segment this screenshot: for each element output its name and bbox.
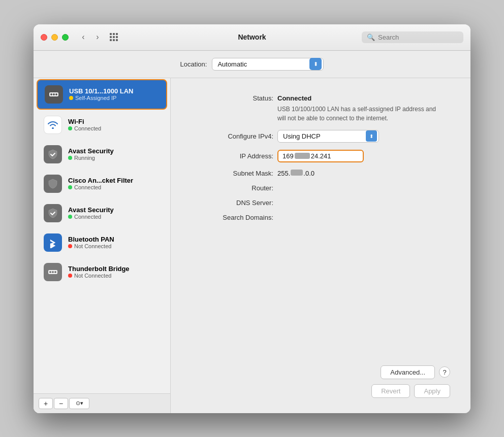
router-label: Router:: [191, 184, 277, 192]
search-icon: 🔍: [367, 33, 375, 41]
configure-row: Configure IPv4: Using DHCP ⬍: [191, 130, 450, 143]
ip-suffix: 24.241: [311, 152, 331, 160]
subnet-value: 255..0.0: [277, 170, 314, 177]
avast2-item-text: Avast Security Connected: [68, 206, 114, 220]
usb-icon: [45, 85, 63, 104]
subnet-blur: [291, 170, 303, 176]
ip-address-row: IP Address: 169 24.241: [191, 150, 450, 162]
wifi-item-name: Wi-Fi: [68, 118, 101, 125]
cisco-status-text: Connected: [74, 184, 101, 190]
avast1-status-text: Running: [74, 155, 95, 161]
add-network-button[interactable]: +: [39, 398, 53, 409]
thunderbolt-item-text: Thunderbolt Bridge Not Connected: [68, 265, 130, 279]
usb-item-text: USB 10/1...1000 LAN Self-Assigned IP: [69, 87, 133, 101]
sidebar: USB 10/1...1000 LAN Self-Assigned IP: [34, 78, 171, 413]
sidebar-item-usb[interactable]: USB 10/1...1000 LAN Self-Assigned IP: [37, 79, 167, 110]
subnet-suffix: .0.0: [303, 170, 314, 177]
sidebar-list: USB 10/1...1000 LAN Self-Assigned IP: [34, 78, 170, 393]
avast2-item-name: Avast Security: [68, 206, 114, 214]
sidebar-item-bluetooth[interactable]: Bluetooth PAN Not Connected: [37, 228, 167, 257]
minimize-button[interactable]: [51, 34, 58, 41]
subnet-prefix: 255.: [277, 170, 290, 177]
avast2-status-text: Connected: [74, 214, 101, 220]
back-button[interactable]: ‹: [77, 30, 90, 44]
svg-point-6: [52, 271, 54, 273]
app-grid-button[interactable]: [107, 30, 120, 44]
status-value: Connected: [277, 94, 311, 102]
subnet-row: Subnet Mask: 255..0.0: [191, 170, 450, 177]
thunderbolt-status-text: Not Connected: [74, 273, 111, 279]
ip-address-label: IP Address:: [191, 152, 277, 160]
wifi-item-status: Connected: [68, 125, 101, 131]
forward-button[interactable]: ›: [91, 30, 104, 44]
status-value-block: Connected USB 10/100/1000 LAN has a self…: [277, 93, 440, 123]
bluetooth-item-text: Bluetooth PAN Not Connected: [68, 236, 114, 249]
avast1-item-name: Avast Security: [68, 147, 114, 155]
configure-label: Configure IPv4:: [191, 132, 277, 140]
apply-button[interactable]: Apply: [414, 384, 450, 398]
bluetooth-item-status: Not Connected: [68, 243, 114, 249]
thunderbolt-status-dot: [68, 274, 72, 278]
sidebar-item-cisco[interactable]: Cisco An...cket Filter Connected: [37, 170, 167, 198]
revert-button[interactable]: Revert: [371, 384, 410, 398]
close-button[interactable]: [41, 34, 47, 41]
location-label: Location:: [180, 60, 207, 68]
ip-prefix: 169: [282, 152, 294, 160]
location-bar: Location: Automatic ⬍: [34, 51, 470, 78]
wifi-icon: [44, 116, 62, 134]
main-content: USB 10/1...1000 LAN Self-Assigned IP: [34, 78, 470, 413]
usb-item-name: USB 10/1...1000 LAN: [69, 87, 133, 95]
wifi-status-text: Connected: [74, 125, 101, 131]
wifi-item-text: Wi-Fi Connected: [68, 118, 101, 131]
window-title: Network: [238, 33, 266, 41]
domains-row: Search Domains:: [191, 214, 450, 221]
thunderbolt-icon: [44, 263, 62, 281]
maximize-button[interactable]: [62, 34, 69, 41]
cisco-item-name: Cisco An...cket Filter: [68, 177, 133, 184]
svg-point-3: [55, 93, 57, 95]
traffic-lights: [41, 34, 69, 41]
avast2-icon: [44, 204, 62, 222]
detail-footer: Advanced... ?: [191, 357, 450, 379]
thunderbolt-item-name: Thunderbolt Bridge: [68, 265, 130, 273]
remove-network-button[interactable]: −: [54, 398, 68, 409]
location-select-wrapper: Automatic ⬍: [212, 58, 324, 71]
thunderbolt-item-status: Not Connected: [68, 273, 130, 279]
dns-row: DNS Server:: [191, 199, 450, 207]
advanced-button[interactable]: Advanced...: [381, 365, 435, 379]
avast2-status-dot: [68, 215, 72, 219]
avast2-item-status: Connected: [68, 214, 114, 220]
detail-panel: Status: Connected USB 10/100/1000 LAN ha…: [171, 78, 470, 413]
sidebar-toolbar: + − ⊙▾: [34, 393, 170, 413]
sidebar-item-avast1[interactable]: Avast Security Running: [37, 140, 167, 169]
titlebar: ‹ › Network 🔍: [34, 24, 470, 51]
sidebar-item-wifi[interactable]: Wi-Fi Connected: [37, 111, 167, 139]
location-select[interactable]: Automatic: [212, 58, 324, 71]
search-box[interactable]: 🔍: [362, 31, 463, 43]
search-input[interactable]: [378, 33, 458, 41]
ip-address-value: 169 24.241: [277, 150, 364, 162]
configure-select-wrapper: Using DHCP ⬍: [277, 130, 379, 143]
cisco-item-status: Connected: [68, 184, 133, 190]
sidebar-item-avast2[interactable]: Avast Security Connected: [37, 199, 167, 227]
help-button[interactable]: ?: [439, 366, 450, 378]
cisco-item-text: Cisco An...cket Filter Connected: [68, 177, 133, 190]
domains-label: Search Domains:: [191, 214, 277, 221]
nav-buttons: ‹ ›: [77, 30, 104, 44]
status-description: USB 10/100/1000 LAN has a self-assigned …: [277, 105, 440, 123]
cisco-status-dot: [68, 185, 72, 189]
configure-select[interactable]: Using DHCP: [277, 130, 379, 143]
router-row: Router:: [191, 184, 450, 192]
svg-point-2: [53, 93, 55, 95]
detail-rows: Status: Connected USB 10/100/1000 LAN ha…: [191, 93, 450, 357]
network-window: ‹ › Network 🔍 Location: Automatic ⬍: [34, 24, 470, 413]
usb-status-dot: [69, 96, 73, 100]
network-options-button[interactable]: ⊙▾: [69, 398, 89, 409]
grid-icon: [110, 33, 118, 41]
cisco-icon: [44, 175, 62, 193]
subnet-label: Subnet Mask:: [191, 170, 277, 177]
sidebar-item-thunderbolt[interactable]: Thunderbolt Bridge Not Connected: [37, 258, 167, 286]
svg-point-5: [49, 271, 51, 273]
svg-point-1: [50, 93, 52, 95]
avast1-item-text: Avast Security Running: [68, 147, 114, 161]
